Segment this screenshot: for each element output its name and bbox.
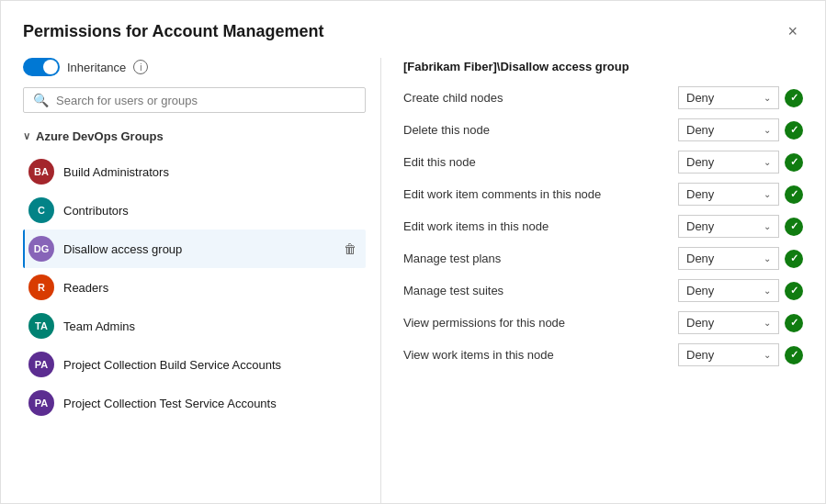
permission-dropdown[interactable]: Deny⌄ <box>678 151 779 174</box>
permission-row: Delete this nodeDeny⌄ <box>403 118 803 141</box>
dropdown-value: Deny <box>686 155 714 169</box>
status-check-icon <box>785 314 803 332</box>
group-item[interactable]: PAProject Collection Build Service Accou… <box>23 345 366 384</box>
permission-control: Deny⌄ <box>678 311 803 334</box>
group-item[interactable]: TATeam Admins <box>23 307 366 345</box>
permission-dropdown[interactable]: Deny⌄ <box>678 183 779 206</box>
permission-dropdown[interactable]: Deny⌄ <box>678 215 779 238</box>
permission-control: Deny⌄ <box>678 118 803 141</box>
permission-row: View work items in this nodeDeny⌄ <box>403 343 803 366</box>
group-name: Team Admins <box>63 319 360 333</box>
permission-dropdown[interactable]: Deny⌄ <box>678 86 779 109</box>
chevron-down-icon: ⌄ <box>764 157 771 167</box>
search-box: 🔍 <box>23 87 366 113</box>
groups-header: ∨ Azure DevOps Groups <box>23 124 366 149</box>
permission-control: Deny⌄ <box>678 215 803 238</box>
avatar: C <box>28 197 54 223</box>
chevron-icon: ∨ <box>23 130 30 142</box>
group-item[interactable]: BABuild Administrators <box>23 152 366 191</box>
permission-label: View permissions for this node <box>403 316 678 330</box>
chevron-down-icon: ⌄ <box>764 93 771 103</box>
permission-label: Delete this node <box>403 123 678 137</box>
status-check-icon <box>785 185 803 204</box>
search-input[interactable] <box>56 94 356 107</box>
chevron-down-icon: ⌄ <box>764 253 771 263</box>
status-check-icon <box>785 89 803 107</box>
status-check-icon <box>785 153 803 172</box>
group-name: Project Collection Build Service Account… <box>63 358 360 372</box>
dropdown-value: Deny <box>686 219 714 233</box>
dialog-title: Permissions for Account Management <box>23 22 323 41</box>
permission-control: Deny⌄ <box>678 279 803 302</box>
chevron-down-icon: ⌄ <box>764 318 771 328</box>
avatar: TA <box>28 313 54 339</box>
permission-control: Deny⌄ <box>678 183 803 206</box>
chevron-down-icon: ⌄ <box>764 189 771 199</box>
chevron-down-icon: ⌄ <box>764 286 771 296</box>
permission-label: Manage test suites <box>403 284 678 297</box>
dropdown-value: Deny <box>686 187 714 201</box>
permission-row: Manage test suitesDeny⌄ <box>403 279 803 302</box>
group-item[interactable]: CContributors <box>23 191 366 230</box>
dialog-body: Inheritance i 🔍 ∨ Azure DevOps Groups BA… <box>23 58 803 503</box>
group-name: Project Collection Test Service Accounts <box>63 397 360 410</box>
delete-icon[interactable]: 🗑 <box>340 240 360 258</box>
permission-label: Edit work item comments in this node <box>403 187 678 201</box>
group-name: Contributors <box>63 204 360 218</box>
dropdown-value: Deny <box>686 123 714 137</box>
group-name: Disallow access group <box>63 242 340 256</box>
dropdown-value: Deny <box>686 348 714 362</box>
group-item[interactable]: DGDisallow access group🗑 <box>23 230 366 268</box>
status-check-icon <box>785 282 803 300</box>
permission-label: Manage test plans <box>403 252 678 265</box>
inheritance-row: Inheritance i <box>23 58 366 76</box>
inheritance-toggle[interactable] <box>23 58 60 76</box>
chevron-down-icon: ⌄ <box>764 221 771 231</box>
permissions-list: Create child nodesDeny⌄Delete this nodeD… <box>403 86 803 375</box>
group-item[interactable]: RReaders <box>23 268 366 307</box>
dropdown-value: Deny <box>686 284 714 297</box>
permission-dropdown[interactable]: Deny⌄ <box>678 118 779 141</box>
avatar: PA <box>28 352 54 377</box>
avatar: BA <box>28 159 54 185</box>
group-name: Readers <box>63 281 360 295</box>
permission-label: View work items in this node <box>403 348 678 362</box>
groups-list: BABuild AdministratorsCContributorsDGDis… <box>23 152 366 422</box>
avatar: DG <box>28 236 54 262</box>
permission-control: Deny⌄ <box>678 247 803 270</box>
permission-control: Deny⌄ <box>678 343 803 366</box>
rights-header: [Fabrikam Fiber]\Disallow access group <box>403 58 803 73</box>
permission-dropdown[interactable]: Deny⌄ <box>678 247 779 270</box>
permission-label: Create child nodes <box>403 91 678 105</box>
chevron-down-icon: ⌄ <box>764 125 771 135</box>
dropdown-value: Deny <box>686 91 714 105</box>
permission-dropdown[interactable]: Deny⌄ <box>678 279 779 302</box>
left-panel: Inheritance i 🔍 ∨ Azure DevOps Groups BA… <box>23 58 381 503</box>
info-icon[interactable]: i <box>133 60 148 74</box>
group-item[interactable]: PAProject Collection Test Service Accoun… <box>23 384 366 422</box>
groups-section: ∨ Azure DevOps Groups BABuild Administra… <box>23 124 366 503</box>
permission-label: Edit work items in this node <box>403 219 678 233</box>
permission-row: Edit work item comments in this nodeDeny… <box>403 183 803 206</box>
inheritance-label: Inheritance <box>67 61 126 74</box>
groups-section-label: Azure DevOps Groups <box>36 129 164 143</box>
right-panel: [Fabrikam Fiber]\Disallow access group C… <box>381 58 803 503</box>
group-name: Build Administrators <box>63 165 360 179</box>
permissions-dialog: Permissions for Account Management × Inh… <box>0 0 826 504</box>
permission-row: View permissions for this nodeDeny⌄ <box>403 311 803 334</box>
permission-dropdown[interactable]: Deny⌄ <box>678 343 779 366</box>
permission-control: Deny⌄ <box>678 86 803 109</box>
permission-row: Manage test plansDeny⌄ <box>403 247 803 270</box>
avatar: PA <box>28 390 54 416</box>
permission-row: Create child nodesDeny⌄ <box>403 86 803 109</box>
status-check-icon <box>785 121 803 140</box>
status-check-icon <box>785 218 803 236</box>
chevron-down-icon: ⌄ <box>764 350 771 360</box>
close-button[interactable]: × <box>782 19 803 43</box>
permission-dropdown[interactable]: Deny⌄ <box>678 311 779 334</box>
dropdown-value: Deny <box>686 252 714 265</box>
avatar: R <box>28 274 54 300</box>
status-check-icon <box>785 346 803 364</box>
dropdown-value: Deny <box>686 316 714 330</box>
permission-label: Edit this node <box>403 155 678 169</box>
